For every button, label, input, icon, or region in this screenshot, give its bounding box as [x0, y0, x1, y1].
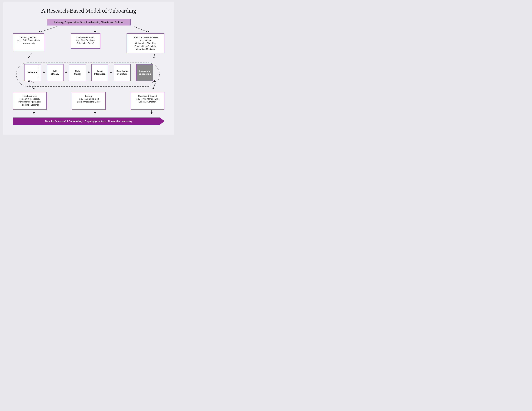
- slide: A Research-Based Model of Onboarding Ind…: [3, 2, 174, 135]
- top-banner: Industry, Organization Size, Leadership,…: [47, 19, 131, 26]
- training-box: Training(e.g., Hard Skills, SoftSkills, …: [72, 92, 105, 110]
- middle-section: Selection + Self-efficacy + RoleClarity …: [13, 61, 164, 84]
- svg-marker-9: [153, 57, 155, 58]
- svg-marker-19: [33, 112, 35, 114]
- selection-box: Selection: [24, 64, 41, 81]
- role-clarity-box: RoleClarity: [69, 64, 86, 81]
- svg-marker-23: [151, 112, 152, 114]
- top-arrows-svg: [10, 26, 168, 33]
- coaching-support-box: Coaching & Support(e.g., Hiring Manager,…: [131, 92, 164, 110]
- successful-onboarding-box: SuccessfulOnboarding: [136, 64, 153, 81]
- svg-marker-3: [94, 31, 96, 33]
- diagram: Industry, Organization Size, Leadership,…: [10, 19, 168, 125]
- svg-marker-11: [33, 88, 35, 89]
- equals-op: =: [132, 70, 135, 75]
- bottom-banner-wrap: Time for Successful Onboarding…Ongoing p…: [10, 118, 168, 125]
- self-efficacy-box: Self-efficacy: [47, 64, 64, 81]
- plus-op-1: +: [42, 70, 46, 75]
- upper-boxes-row: Recruiting Process(e.g., RJP, Stakeholde…: [10, 33, 168, 53]
- page-title: A Research-Based Model of Onboarding: [10, 7, 168, 14]
- svg-marker-21: [94, 112, 96, 114]
- feedback-tools-box: Feedback Tools(e.g., 360° Feedback,Perfo…: [13, 92, 47, 110]
- mid-arrows-svg: [10, 53, 168, 59]
- svg-line-4: [134, 27, 148, 32]
- svg-marker-13: [152, 88, 154, 89]
- bottom-arrows-svg: [10, 110, 168, 115]
- svg-marker-7: [28, 57, 30, 58]
- plus-op-3: +: [87, 70, 90, 75]
- plus-op-2: +: [65, 70, 68, 75]
- bottom-banner: Time for Successful Onboarding…Ongoing p…: [13, 118, 164, 125]
- svg-line-0: [39, 27, 57, 32]
- lower-boxes-row: Feedback Tools(e.g., 360° Feedback,Perfo…: [10, 92, 168, 110]
- orientation-forums-box: Orientation Forums(e.g., New EmployeeOri…: [71, 33, 100, 49]
- equation-row: Selection + Self-efficacy + RoleClarity …: [13, 61, 164, 84]
- dashed-divider: [38, 65, 38, 81]
- knowledge-culture-box: Knowledgeof Culture: [114, 64, 131, 81]
- support-tools-box: Support Tools & Processes(e.g., WrittenO…: [127, 33, 164, 53]
- social-integration-box: SocialIntegration: [91, 64, 108, 81]
- recruiting-process-box: Recruiting Process(e.g., RJP, Stakeholde…: [13, 33, 44, 51]
- plus-op-4: +: [109, 70, 113, 75]
